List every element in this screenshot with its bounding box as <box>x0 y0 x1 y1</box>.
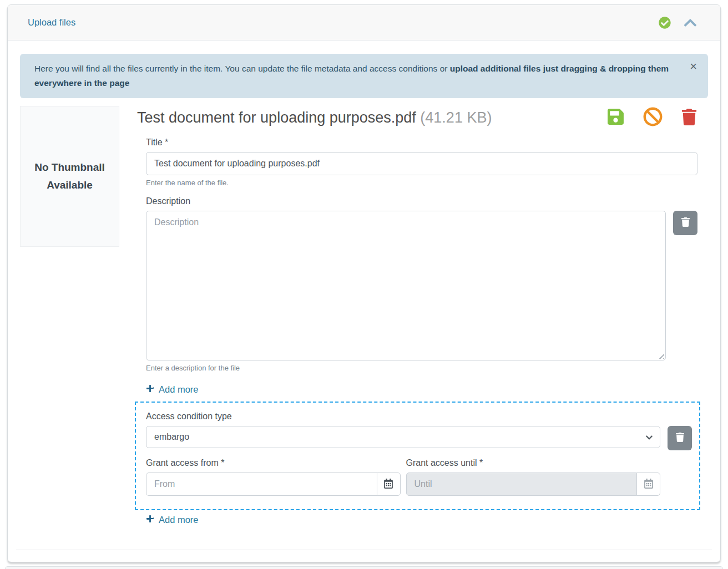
alert-text: Here you will find all the files current… <box>34 64 450 73</box>
grant-access-until-field: Grant access until * <box>406 450 661 496</box>
trash-icon <box>681 109 697 127</box>
panel-header[interactable]: Upload files <box>8 5 720 40</box>
grant-access-from-field: Grant access from * <box>146 450 401 496</box>
chevron-down-icon <box>645 434 653 444</box>
add-more-label: Add more <box>159 384 199 395</box>
panel-header-icons <box>659 16 697 30</box>
check-circle-icon <box>659 17 671 29</box>
description-textarea[interactable] <box>146 211 666 360</box>
info-alert: Here you will find all the files current… <box>20 54 708 98</box>
until-datepicker-button <box>636 473 660 496</box>
alert-close-button[interactable]: × <box>690 60 697 73</box>
save-button[interactable] <box>606 108 625 128</box>
add-description-button[interactable]: Add more <box>146 384 199 395</box>
trash-icon <box>675 433 685 444</box>
access-condition-group: Access condition type embargo <box>135 402 700 510</box>
grant-access-dates-row: Grant access from * Grant access until * <box>146 450 660 496</box>
description-label: Description <box>146 196 697 206</box>
access-condition-selected-value: embargo <box>154 432 189 442</box>
grant-access-until-label: Grant access until * <box>406 458 661 468</box>
title-input[interactable] <box>146 152 697 175</box>
file-name: Test document for uploading purposes.pdf <box>137 109 416 126</box>
file-actions <box>606 107 697 128</box>
title-label: Title * <box>146 138 697 148</box>
add-access-condition-button[interactable]: Add more <box>146 515 199 525</box>
grant-access-from-label: Grant access from * <box>146 458 401 468</box>
title-hint: Enter the name of the file. <box>146 179 697 187</box>
access-condition-type-label: Access condition type <box>146 411 692 421</box>
remove-description-button[interactable] <box>673 211 697 235</box>
trash-icon <box>681 217 690 228</box>
panel-body: Here you will find all the files current… <box>8 40 720 525</box>
plus-icon <box>146 384 154 395</box>
grant-access-from-input[interactable] <box>146 473 377 496</box>
file-title: Test document for uploading purposes.pdf… <box>137 109 492 126</box>
grant-access-until-input <box>406 473 638 496</box>
calendar-icon <box>383 479 393 490</box>
plus-icon <box>146 515 154 525</box>
chevron-up-icon[interactable] <box>683 16 697 30</box>
thumbnail-placeholder: No Thumbnail Available <box>20 106 119 247</box>
remove-access-condition-button[interactable] <box>668 426 692 450</box>
cancel-button[interactable] <box>643 107 663 128</box>
file-header: Test document for uploading purposes.pdf… <box>137 107 697 128</box>
panel-footer-divider <box>16 550 712 550</box>
next-panel-edge <box>5 566 723 569</box>
access-condition-select[interactable]: embargo <box>146 426 660 448</box>
file-metadata-form: Title * Enter the name of the file. Desc… <box>146 138 697 525</box>
description-hint: Enter a description for the file <box>146 364 697 372</box>
file-entry: No Thumbnail Available Test document for… <box>20 106 708 525</box>
file-size: (41.21 KB) <box>420 109 492 126</box>
description-textarea-wrap <box>146 211 666 360</box>
description-row <box>146 211 697 360</box>
upload-files-panel: Upload files Here you will find all the … <box>7 4 721 562</box>
file-main: Test document for uploading purposes.pdf… <box>137 106 708 525</box>
save-icon <box>606 108 625 128</box>
ban-icon <box>643 107 663 128</box>
panel-title: Upload files <box>28 17 75 28</box>
calendar-icon <box>644 479 654 490</box>
from-datepicker-button[interactable] <box>377 473 401 496</box>
add-more-label: Add more <box>159 515 199 525</box>
delete-file-button[interactable] <box>681 109 697 127</box>
access-condition-row: embargo <box>146 426 692 450</box>
